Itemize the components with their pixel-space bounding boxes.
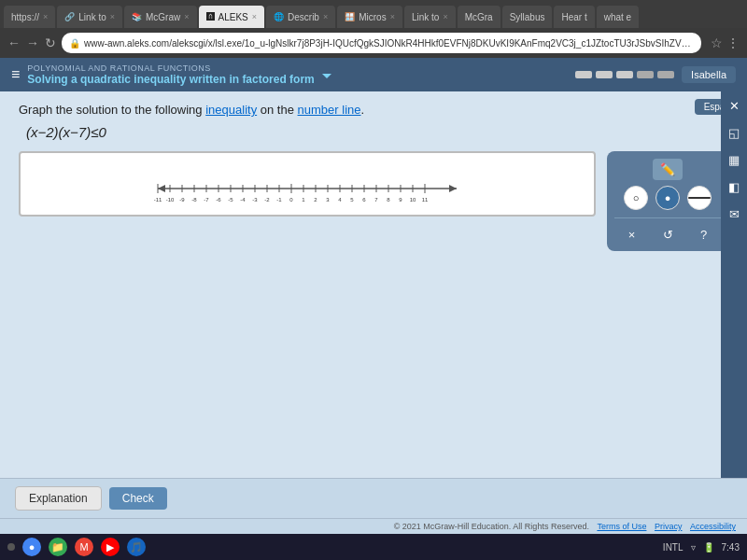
sidebar-mail-icon[interactable]: ✉ (726, 203, 743, 225)
svg-text:-1: -1 (276, 197, 282, 203)
close-button[interactable]: × (625, 226, 640, 244)
browser-window: https:// × 🔗 Link to × 📚 McGraw × 🅰 ALEK… (0, 0, 747, 560)
bookmark-icon[interactable]: ☆ (711, 35, 723, 50)
svg-text:-3: -3 (252, 197, 258, 203)
svg-text:-11: -11 (154, 197, 162, 203)
tab-bar: https:// × 🔗 Link to × 📚 McGraw × 🅰 ALEK… (0, 0, 747, 28)
tool-separator (614, 217, 721, 218)
tab-heart[interactable]: Hear t (554, 6, 594, 28)
svg-text:-9: -9 (179, 197, 185, 203)
system-taskbar: ● 📁 M ▶ 🎵 INTL ▿ 🔋 7:43 (0, 534, 747, 560)
tab-describ-close[interactable]: × (323, 12, 328, 21)
svg-text:-2: -2 (264, 197, 270, 203)
svg-text:5: 5 (350, 197, 354, 203)
tab-micros[interactable]: 🪟 Micros × (337, 6, 402, 28)
tab-describ-label: Describ (288, 12, 319, 22)
forward-button[interactable]: → (26, 35, 39, 50)
taskbar-left: ● 📁 M ▶ 🎵 (7, 538, 146, 556)
tab-syllabus[interactable]: Syllabus (502, 6, 553, 28)
line-button[interactable] (687, 186, 712, 210)
svg-text:-5: -5 (228, 197, 233, 203)
sidebar-grid-icon[interactable]: ▦ (725, 149, 743, 171)
undo-button[interactable]: ↺ (659, 226, 677, 244)
taskbar-battery-icon: 🔋 (703, 542, 714, 553)
main-content: Españ Graph the solution to the followin… (0, 91, 747, 478)
accessibility-link[interactable]: Accessibility (690, 522, 736, 531)
tab-mcgra2-label: McGra (465, 12, 493, 22)
instruction-text: Graph the solution to the following ineq… (19, 103, 728, 117)
tab-aleks-label: ALEKS (218, 12, 248, 22)
settings-icon[interactable]: ⋮ (726, 35, 740, 50)
svg-text:1: 1 (302, 197, 305, 203)
tool-panel: ✏️ ○ ● (607, 151, 728, 251)
svg-text:-10: -10 (166, 197, 175, 203)
svg-text:-4: -4 (240, 197, 246, 203)
back-button[interactable]: ← (7, 35, 21, 50)
tab-syllabus-label: Syllabus (510, 12, 545, 22)
svg-marker-48 (158, 185, 165, 192)
menu-icon[interactable]: ≡ (11, 66, 20, 83)
number-line-container: -11 -10 -9 -8 -7 -6 -5 (19, 151, 728, 251)
address-bar[interactable]: 🔒 www-awn.aleks.com/alekscgi/x/lsl.exe/1… (62, 33, 701, 53)
chevron-down-icon[interactable] (322, 74, 331, 78)
tab-aleks[interactable]: 🅰 ALEKS × (199, 6, 265, 28)
inequality-link[interactable]: inequality (205, 103, 257, 117)
filled-circle-button[interactable]: ● (655, 186, 680, 210)
number-line-svg: -11 -10 -9 -8 -7 -6 -5 (30, 170, 585, 207)
tab-describ[interactable]: 🌐 Describ × (266, 6, 335, 28)
eraser-tool[interactable]: ✏️ (653, 159, 683, 180)
svg-text:2: 2 (314, 197, 317, 203)
header-title-area: POLYNOMIAL AND RATIONAL FUNCTIONS Solvin… (27, 63, 314, 86)
tab-https-close[interactable]: × (43, 12, 48, 21)
sidebar-expand-icon[interactable]: ◱ (725, 122, 743, 144)
tab-whate[interactable]: what e (597, 6, 639, 28)
files-icon[interactable]: 📁 (49, 538, 67, 556)
chrome-icon[interactable]: ● (22, 538, 41, 556)
help-button[interactable]: ? (697, 226, 711, 244)
user-badge[interactable]: Isabella (682, 66, 736, 83)
svg-text:0: 0 (289, 197, 293, 203)
svg-text:-6: -6 (216, 197, 221, 203)
svg-text:8: 8 (387, 197, 390, 203)
tab-mcgra2[interactable]: McGra (458, 6, 500, 28)
lock-icon: 🔒 (69, 38, 80, 49)
svg-text:10: 10 (410, 197, 416, 203)
tab-micros-label: Micros (359, 12, 386, 22)
taskbar-right: INTL ▿ 🔋 7:43 (663, 542, 740, 553)
sidebar-close-icon[interactable]: ✕ (726, 95, 743, 117)
privacy-link[interactable]: Privacy (655, 522, 683, 531)
sidebar-panel-icon[interactable]: ◧ (725, 176, 743, 198)
progress-segment-2 (596, 71, 613, 78)
header-subtitle: POLYNOMIAL AND RATIONAL FUNCTIONS (27, 63, 314, 73)
media-icon[interactable]: 🎵 (127, 538, 146, 556)
tab-link2-label: Link to (412, 12, 439, 22)
explanation-button[interactable]: Explanation (15, 486, 102, 511)
progress-segment-5 (657, 71, 674, 78)
tab-link[interactable]: 🔗 Link to × (57, 6, 122, 28)
tab-mcgraw-close[interactable]: × (184, 12, 189, 21)
tool-action-row: × ↺ ? (614, 226, 721, 244)
svg-text:4: 4 (338, 197, 342, 203)
tab-link-close[interactable]: × (110, 12, 115, 21)
tab-aleks-favicon: 🅰 (206, 12, 215, 21)
tab-link2[interactable]: Link to × (404, 6, 456, 28)
tool-eraser-row: ✏️ (614, 159, 721, 180)
number-line-link[interactable]: number line (298, 103, 361, 117)
check-button[interactable]: Check (109, 487, 167, 510)
youtube-icon[interactable]: ▶ (101, 538, 120, 556)
equation-display: (x−2)(x−7)≤0 (26, 124, 728, 140)
tab-link2-close[interactable]: × (443, 12, 447, 21)
gmail-icon[interactable]: M (75, 538, 93, 556)
open-circle-button[interactable]: ○ (624, 186, 648, 210)
taskbar-network-icon: ▿ (691, 542, 696, 553)
tab-mcgraw[interactable]: 📚 McGraw × (124, 6, 197, 28)
address-text: www-awn.aleks.com/alekscgi/x/lsl.exe/1o_… (84, 38, 694, 49)
reload-button[interactable]: ↻ (45, 35, 56, 50)
svg-text:-7: -7 (204, 197, 209, 203)
terms-link[interactable]: Terms of Use (597, 522, 646, 531)
number-line-box[interactable]: -11 -10 -9 -8 -7 -6 -5 (19, 151, 596, 217)
aleks-header-left: ≡ POLYNOMIAL AND RATIONAL FUNCTIONS Solv… (11, 63, 331, 86)
tab-https[interactable]: https:// × (4, 6, 55, 28)
tab-aleks-close[interactable]: × (252, 12, 257, 21)
tab-micros-close[interactable]: × (390, 12, 395, 21)
